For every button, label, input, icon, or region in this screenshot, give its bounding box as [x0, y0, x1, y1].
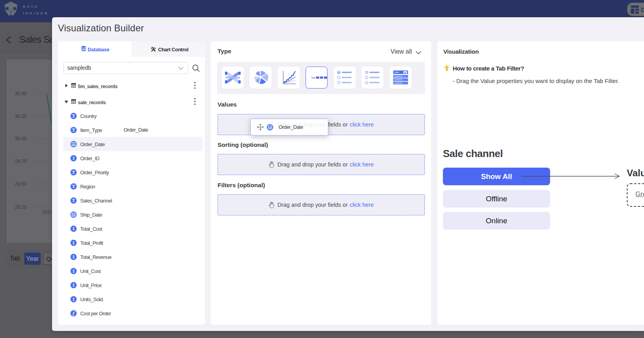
svg-text:Tab: Tab	[311, 76, 315, 79]
